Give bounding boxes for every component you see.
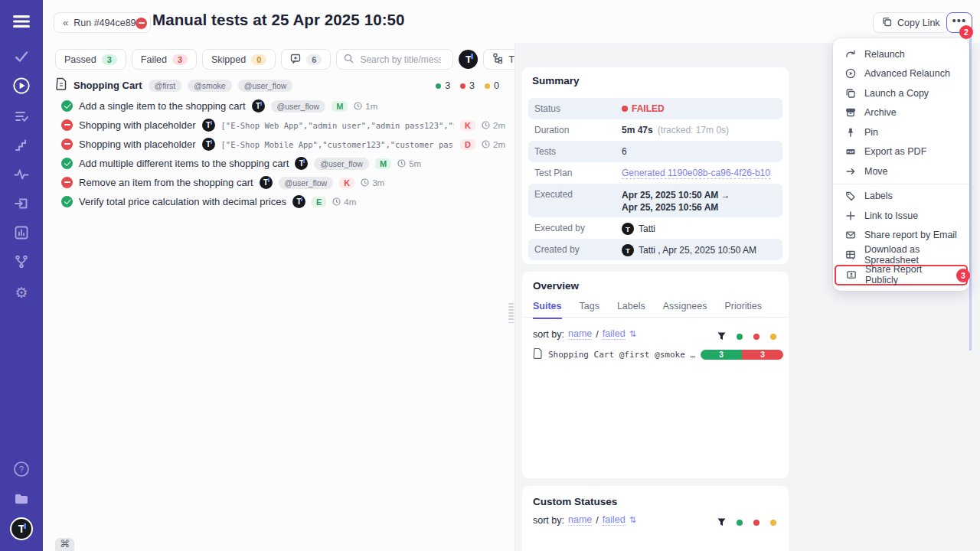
- suite-tag[interactable]: @user_flow: [238, 80, 293, 92]
- menu-item-export-as-pdf[interactable]: PDF Export as PDF: [833, 142, 969, 162]
- command-shortcut-button[interactable]: ⌘: [55, 538, 74, 551]
- filter-funnel-icon[interactable]: [717, 516, 726, 530]
- menu-item-move[interactable]: Move: [833, 161, 969, 181]
- svg-text:?: ?: [19, 465, 24, 474]
- sort-by-failed-link[interactable]: failed: [603, 328, 626, 340]
- legend-failed-dot[interactable]: [753, 520, 760, 526]
- clock-icon: [354, 102, 362, 110]
- filter-skipped-button[interactable]: Skipped 0: [202, 49, 276, 70]
- sort-by-label: sort by:: [533, 329, 564, 340]
- test-tag[interactable]: @user_flow: [271, 100, 326, 112]
- menu-item-label: Download as Spreadsheet: [864, 244, 960, 266]
- step-badge-2: 2: [959, 25, 973, 39]
- menu-item-archive[interactable]: Archive: [833, 103, 969, 123]
- test-row[interactable]: Verify total price calculation with deci…: [61, 194, 505, 210]
- relaunch-icon: [845, 49, 856, 60]
- page-title: Manual tests at 25 Apr 2025 10:50: [152, 11, 405, 29]
- sort-direction-icon[interactable]: ⇅: [629, 515, 636, 525]
- suite-file-icon: [55, 77, 67, 93]
- legend-skipped-dot[interactable]: [770, 520, 776, 526]
- hamburger-menu-icon[interactable]: [12, 12, 31, 31]
- created-by-value: Tatti , Apr 25, 2025 10:50 AM: [639, 245, 756, 256]
- projects-folder-icon[interactable]: [12, 490, 31, 508]
- comments-filter-button[interactable]: 6: [281, 49, 331, 70]
- suite-header[interactable]: Shopping Cart @first @smoke @user_flow 3…: [55, 77, 505, 93]
- pane-resize-handle[interactable]: [508, 303, 514, 323]
- menu-item-advanced-relaunch[interactable]: Advanced Relaunch: [833, 64, 969, 84]
- test-row[interactable]: Remove an item from the shopping cart T …: [61, 174, 505, 191]
- priority-badge: M: [332, 101, 348, 112]
- sort-by-name-link[interactable]: name: [568, 328, 592, 340]
- test-row[interactable]: Add multiple different items to the shop…: [61, 155, 505, 171]
- sort-direction-icon[interactable]: ⇅: [629, 329, 636, 339]
- failed-status-icon: [61, 139, 73, 150]
- sidebar-item-pulse[interactable]: [12, 165, 31, 184]
- creator-avatar: T: [622, 244, 634, 256]
- summary-row-executed: Executed Apr 25, 2025 10:50 AM → Apr 25,…: [528, 184, 782, 217]
- sort-by-label: sort by:: [533, 515, 564, 526]
- assignee-avatar[interactable]: T: [459, 50, 478, 69]
- legend-failed-dot[interactable]: [753, 334, 760, 340]
- suite-tag[interactable]: @smoke: [188, 80, 232, 92]
- test-tag[interactable]: @user_flow: [314, 158, 369, 170]
- run-failed-status-icon: [136, 18, 147, 29]
- test-row[interactable]: Shopping with placeholder T ["E-Shop Mob…: [61, 136, 505, 152]
- menu-item-launch-a-copy[interactable]: Launch a Copy: [833, 83, 969, 103]
- passed-status-icon: [61, 196, 73, 207]
- menu-item-share-report-publicly[interactable]: Share Report Publicly: [836, 266, 966, 284]
- copy-link-button[interactable]: Copy Link: [873, 12, 949, 33]
- sort-by-name-link[interactable]: name: [568, 514, 592, 526]
- executed-to: Apr 25, 2025 10:56 AM: [622, 201, 730, 214]
- sidebar-item-import[interactable]: [12, 194, 31, 213]
- skipped-count-badge: 0: [251, 54, 266, 65]
- test-title: Add a single item to the shopping cart: [79, 100, 246, 112]
- sidebar-item-branches[interactable]: [12, 253, 31, 271]
- menu-item-share-report-by-email[interactable]: Share report by Email: [833, 226, 969, 246]
- sidebar-item-milestones[interactable]: [12, 136, 31, 155]
- summary-row-test-plan: Test Plan Generated 1190e08b-ca96-4f26-b…: [528, 162, 782, 184]
- test-row[interactable]: Shopping with placeholder T ["E-Shop Web…: [61, 117, 505, 133]
- legend-passed-dot[interactable]: [737, 334, 743, 340]
- help-icon[interactable]: ?: [12, 460, 31, 478]
- filter-passed-button[interactable]: Passed 3: [55, 49, 126, 70]
- copy-icon: [845, 88, 856, 99]
- priority-badge: E: [312, 197, 326, 207]
- menu-item-label: Launch a Copy: [864, 88, 929, 99]
- filter-failed-button[interactable]: Failed 3: [132, 49, 197, 70]
- menu-item-labels[interactable]: Labels: [833, 187, 969, 207]
- search-input[interactable]: [358, 54, 443, 66]
- sidebar-item-tests[interactable]: [12, 47, 31, 66]
- annotation-connector-line: [969, 34, 972, 350]
- test-tag[interactable]: @user_flow: [279, 177, 334, 189]
- clock-icon: [361, 178, 369, 187]
- failed-count-badge: 3: [172, 54, 188, 65]
- sidebar-item-analytics[interactable]: [12, 223, 31, 242]
- menu-item-pin[interactable]: Pin: [833, 122, 969, 142]
- legend-skipped-dot[interactable]: [770, 334, 776, 340]
- test-data-snippet: ["E-Shop Web App","admin_user","admin_pa…: [221, 121, 455, 130]
- suite-tag[interactable]: @first: [149, 80, 182, 92]
- sort-by-failed-link[interactable]: failed: [603, 514, 626, 526]
- advanced-relaunch-icon: [845, 68, 856, 79]
- overview-suite-row[interactable]: Shopping Cart @first @smoke … 3 3: [533, 347, 778, 362]
- sidebar-item-runs-active[interactable]: [12, 77, 31, 95]
- step-badge-3: 3: [956, 269, 970, 282]
- passed-status-icon: [61, 158, 73, 169]
- summary-row-duration: Duration 5m 47s(tracked: 17m 0s): [528, 119, 782, 141]
- executed-by-value: Tatti: [639, 223, 655, 234]
- legend-passed-dot[interactable]: [737, 520, 743, 526]
- settings-gear-icon[interactable]: ⚙: [12, 283, 31, 302]
- pane-divider: [514, 43, 515, 551]
- menu-item-relaunch[interactable]: Relaunch: [833, 44, 969, 64]
- clock-icon: [482, 121, 490, 129]
- sidebar-item-test-plans[interactable]: [12, 107, 31, 126]
- filter-funnel-icon[interactable]: [717, 330, 726, 344]
- menu-item-label: Pin: [864, 127, 878, 138]
- failed-status-icon: [61, 119, 73, 131]
- test-plan-link[interactable]: Generated 1190e08b-ca96-4f26-b10f-d6dc…: [622, 168, 771, 179]
- user-avatar[interactable]: T: [11, 519, 31, 539]
- summary-heading: Summary: [532, 75, 580, 86]
- menu-item-link-to-issue[interactable]: Link to Issue: [833, 206, 969, 226]
- test-row[interactable]: Add a single item to the shopping cart T…: [61, 98, 505, 114]
- menu-item-download-as-spreadsheet[interactable]: Download as Spreadsheet: [833, 245, 969, 265]
